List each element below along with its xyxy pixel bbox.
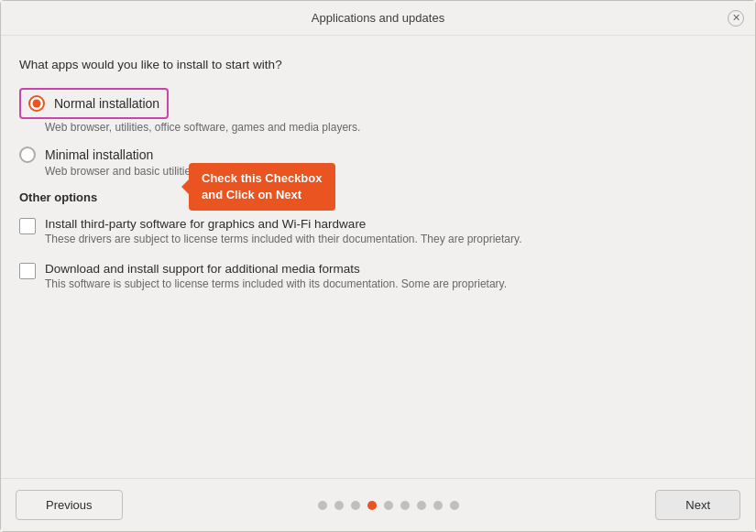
progress-dot-3 xyxy=(351,501,360,510)
minimal-installation-option: Minimal installation Web browser and bas… xyxy=(19,147,737,178)
footer: Previous Next xyxy=(1,478,755,531)
media-formats-label: Download and install support for additio… xyxy=(45,262,507,276)
progress-dot-7 xyxy=(417,501,426,510)
titlebar: Applications and updates ✕ xyxy=(1,1,755,36)
media-formats-text: Download and install support for additio… xyxy=(45,262,507,290)
media-formats-checkbox[interactable] xyxy=(19,263,36,279)
progress-dot-5 xyxy=(384,501,393,510)
media-formats-option: Download and install support for additio… xyxy=(19,262,737,290)
minimal-radio-input[interactable] xyxy=(19,147,36,163)
minimal-radio-desc: Web browser and basic utilities. xyxy=(45,165,737,178)
close-button[interactable]: ✕ xyxy=(728,10,744,27)
main-content: What apps would you like to install to s… xyxy=(1,36,755,478)
third-party-option: Install third-party software for graphic… xyxy=(19,217,737,245)
other-options-header: Other options xyxy=(19,190,737,204)
progress-dot-1 xyxy=(318,501,327,510)
normal-radio-label: Normal installation xyxy=(54,96,159,111)
progress-dot-9 xyxy=(450,501,459,510)
minimal-radio-label: Minimal installation xyxy=(45,147,153,162)
application-window: Applications and updates ✕ What apps wou… xyxy=(0,0,756,532)
normal-radio-input[interactable] xyxy=(28,95,45,112)
third-party-text: Install third-party software for graphic… xyxy=(45,217,521,245)
normal-radio-desc: Web browser, utilities, office software,… xyxy=(45,121,737,134)
third-party-checkbox[interactable] xyxy=(19,218,36,234)
normal-radio-wrap[interactable]: Normal installation xyxy=(19,88,169,119)
minimal-radio-row[interactable]: Minimal installation xyxy=(19,147,737,163)
question-text: What apps would you like to install to s… xyxy=(19,58,737,71)
progress-dots xyxy=(318,501,459,510)
progress-dot-4 xyxy=(367,501,377,510)
third-party-label: Install third-party software for graphic… xyxy=(45,217,521,231)
previous-button[interactable]: Previous xyxy=(16,490,123,520)
progress-dot-8 xyxy=(433,501,443,510)
progress-dot-2 xyxy=(334,501,344,510)
window-title: Applications and updates xyxy=(312,11,444,25)
next-button[interactable]: Next xyxy=(655,490,740,520)
normal-installation-option: Normal installation Check this Checkboxa… xyxy=(19,88,737,134)
media-formats-desc: This software is subject to license term… xyxy=(45,277,507,290)
third-party-desc: These drivers are subject to license ter… xyxy=(45,233,521,245)
progress-dot-6 xyxy=(400,501,410,510)
